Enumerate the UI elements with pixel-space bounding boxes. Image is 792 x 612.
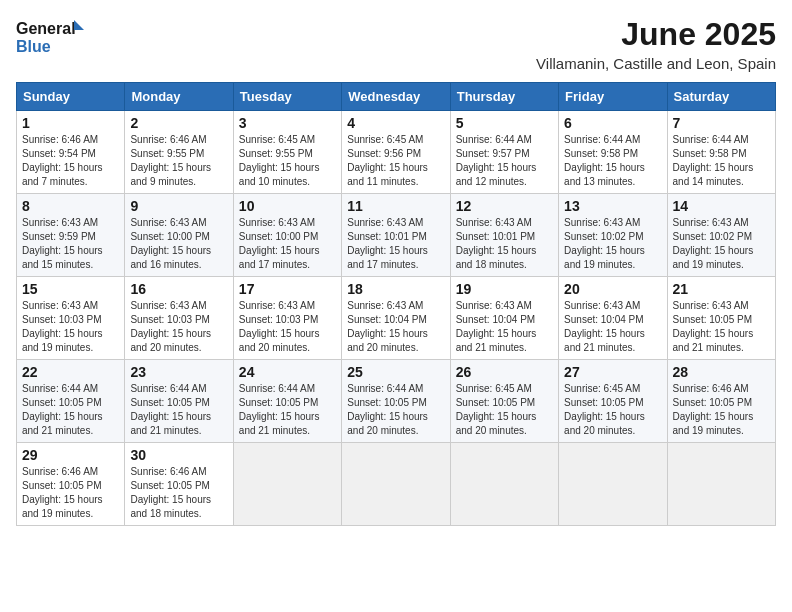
day-number: 19	[456, 281, 553, 297]
day-info: Sunrise: 6:43 AM Sunset: 10:04 PM Daylig…	[564, 299, 661, 355]
day-cell: 8Sunrise: 6:43 AM Sunset: 9:59 PM Daylig…	[17, 194, 125, 277]
day-number: 22	[22, 364, 119, 380]
day-number: 25	[347, 364, 444, 380]
day-cell: 5Sunrise: 6:44 AM Sunset: 9:57 PM Daylig…	[450, 111, 558, 194]
day-cell	[559, 443, 667, 526]
day-cell: 6Sunrise: 6:44 AM Sunset: 9:58 PM Daylig…	[559, 111, 667, 194]
day-cell: 26Sunrise: 6:45 AM Sunset: 10:05 PM Dayl…	[450, 360, 558, 443]
day-cell: 10Sunrise: 6:43 AM Sunset: 10:00 PM Dayl…	[233, 194, 341, 277]
day-number: 14	[673, 198, 770, 214]
day-info: Sunrise: 6:45 AM Sunset: 9:55 PM Dayligh…	[239, 133, 336, 189]
day-cell: 12Sunrise: 6:43 AM Sunset: 10:01 PM Dayl…	[450, 194, 558, 277]
day-info: Sunrise: 6:46 AM Sunset: 9:54 PM Dayligh…	[22, 133, 119, 189]
day-number: 11	[347, 198, 444, 214]
day-number: 21	[673, 281, 770, 297]
day-info: Sunrise: 6:44 AM Sunset: 9:58 PM Dayligh…	[564, 133, 661, 189]
day-cell	[667, 443, 775, 526]
day-info: Sunrise: 6:43 AM Sunset: 9:59 PM Dayligh…	[22, 216, 119, 272]
day-number: 8	[22, 198, 119, 214]
day-info: Sunrise: 6:43 AM Sunset: 10:01 PM Daylig…	[347, 216, 444, 272]
week-row: 29Sunrise: 6:46 AM Sunset: 10:05 PM Dayl…	[17, 443, 776, 526]
day-info: Sunrise: 6:43 AM Sunset: 10:00 PM Daylig…	[239, 216, 336, 272]
day-info: Sunrise: 6:44 AM Sunset: 10:05 PM Daylig…	[347, 382, 444, 438]
day-cell	[342, 443, 450, 526]
svg-text:General: General	[16, 20, 76, 37]
day-number: 24	[239, 364, 336, 380]
day-info: Sunrise: 6:43 AM Sunset: 10:03 PM Daylig…	[239, 299, 336, 355]
day-cell: 17Sunrise: 6:43 AM Sunset: 10:03 PM Dayl…	[233, 277, 341, 360]
day-cell: 4Sunrise: 6:45 AM Sunset: 9:56 PM Daylig…	[342, 111, 450, 194]
day-cell: 13Sunrise: 6:43 AM Sunset: 10:02 PM Dayl…	[559, 194, 667, 277]
svg-text:Blue: Blue	[16, 38, 51, 55]
day-number: 15	[22, 281, 119, 297]
day-info: Sunrise: 6:43 AM Sunset: 10:00 PM Daylig…	[130, 216, 227, 272]
day-cell: 9Sunrise: 6:43 AM Sunset: 10:00 PM Dayli…	[125, 194, 233, 277]
day-number: 17	[239, 281, 336, 297]
day-cell: 25Sunrise: 6:44 AM Sunset: 10:05 PM Dayl…	[342, 360, 450, 443]
day-number: 18	[347, 281, 444, 297]
day-number: 27	[564, 364, 661, 380]
day-number: 26	[456, 364, 553, 380]
day-info: Sunrise: 6:43 AM Sunset: 10:05 PM Daylig…	[673, 299, 770, 355]
week-row: 15Sunrise: 6:43 AM Sunset: 10:03 PM Dayl…	[17, 277, 776, 360]
day-cell: 15Sunrise: 6:43 AM Sunset: 10:03 PM Dayl…	[17, 277, 125, 360]
day-cell: 7Sunrise: 6:44 AM Sunset: 9:58 PM Daylig…	[667, 111, 775, 194]
day-info: Sunrise: 6:46 AM Sunset: 10:05 PM Daylig…	[673, 382, 770, 438]
day-number: 5	[456, 115, 553, 131]
day-number: 23	[130, 364, 227, 380]
day-info: Sunrise: 6:44 AM Sunset: 9:58 PM Dayligh…	[673, 133, 770, 189]
day-cell: 14Sunrise: 6:43 AM Sunset: 10:02 PM Dayl…	[667, 194, 775, 277]
col-header-tuesday: Tuesday	[233, 83, 341, 111]
col-header-thursday: Thursday	[450, 83, 558, 111]
day-cell: 3Sunrise: 6:45 AM Sunset: 9:55 PM Daylig…	[233, 111, 341, 194]
day-number: 7	[673, 115, 770, 131]
day-number: 6	[564, 115, 661, 131]
day-cell: 30Sunrise: 6:46 AM Sunset: 10:05 PM Dayl…	[125, 443, 233, 526]
header: GeneralBlue June 2025 Villamanin, Castil…	[16, 16, 776, 72]
day-info: Sunrise: 6:43 AM Sunset: 10:03 PM Daylig…	[130, 299, 227, 355]
day-number: 12	[456, 198, 553, 214]
day-info: Sunrise: 6:44 AM Sunset: 10:05 PM Daylig…	[130, 382, 227, 438]
day-number: 3	[239, 115, 336, 131]
day-info: Sunrise: 6:45 AM Sunset: 10:05 PM Daylig…	[564, 382, 661, 438]
day-number: 13	[564, 198, 661, 214]
day-cell: 18Sunrise: 6:43 AM Sunset: 10:04 PM Dayl…	[342, 277, 450, 360]
day-number: 9	[130, 198, 227, 214]
day-info: Sunrise: 6:44 AM Sunset: 10:05 PM Daylig…	[239, 382, 336, 438]
day-number: 29	[22, 447, 119, 463]
day-cell: 24Sunrise: 6:44 AM Sunset: 10:05 PM Dayl…	[233, 360, 341, 443]
day-cell: 2Sunrise: 6:46 AM Sunset: 9:55 PM Daylig…	[125, 111, 233, 194]
day-number: 20	[564, 281, 661, 297]
col-header-sunday: Sunday	[17, 83, 125, 111]
day-cell: 23Sunrise: 6:44 AM Sunset: 10:05 PM Dayl…	[125, 360, 233, 443]
day-info: Sunrise: 6:43 AM Sunset: 10:02 PM Daylig…	[673, 216, 770, 272]
svg-marker-2	[74, 20, 84, 30]
day-info: Sunrise: 6:46 AM Sunset: 10:05 PM Daylig…	[22, 465, 119, 521]
day-cell: 16Sunrise: 6:43 AM Sunset: 10:03 PM Dayl…	[125, 277, 233, 360]
week-row: 1Sunrise: 6:46 AM Sunset: 9:54 PM Daylig…	[17, 111, 776, 194]
day-info: Sunrise: 6:43 AM Sunset: 10:04 PM Daylig…	[347, 299, 444, 355]
title-area: June 2025 Villamanin, Castille and Leon,…	[536, 16, 776, 72]
day-number: 10	[239, 198, 336, 214]
col-header-friday: Friday	[559, 83, 667, 111]
day-cell: 28Sunrise: 6:46 AM Sunset: 10:05 PM Dayl…	[667, 360, 775, 443]
day-number: 1	[22, 115, 119, 131]
day-cell: 1Sunrise: 6:46 AM Sunset: 9:54 PM Daylig…	[17, 111, 125, 194]
col-header-saturday: Saturday	[667, 83, 775, 111]
day-info: Sunrise: 6:45 AM Sunset: 9:56 PM Dayligh…	[347, 133, 444, 189]
day-number: 30	[130, 447, 227, 463]
calendar-title: June 2025	[536, 16, 776, 53]
day-info: Sunrise: 6:44 AM Sunset: 10:05 PM Daylig…	[22, 382, 119, 438]
day-info: Sunrise: 6:45 AM Sunset: 10:05 PM Daylig…	[456, 382, 553, 438]
col-header-wednesday: Wednesday	[342, 83, 450, 111]
day-info: Sunrise: 6:43 AM Sunset: 10:01 PM Daylig…	[456, 216, 553, 272]
day-cell: 20Sunrise: 6:43 AM Sunset: 10:04 PM Dayl…	[559, 277, 667, 360]
header-row: SundayMondayTuesdayWednesdayThursdayFrid…	[17, 83, 776, 111]
day-cell: 22Sunrise: 6:44 AM Sunset: 10:05 PM Dayl…	[17, 360, 125, 443]
week-row: 8Sunrise: 6:43 AM Sunset: 9:59 PM Daylig…	[17, 194, 776, 277]
day-cell: 29Sunrise: 6:46 AM Sunset: 10:05 PM Dayl…	[17, 443, 125, 526]
day-number: 4	[347, 115, 444, 131]
day-number: 2	[130, 115, 227, 131]
day-info: Sunrise: 6:44 AM Sunset: 9:57 PM Dayligh…	[456, 133, 553, 189]
day-number: 28	[673, 364, 770, 380]
